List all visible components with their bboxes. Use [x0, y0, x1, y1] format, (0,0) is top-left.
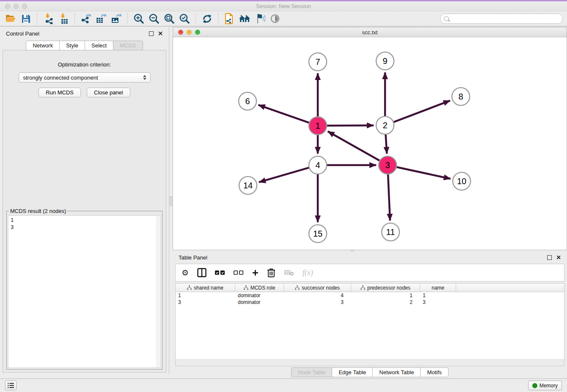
- network-graph[interactable]: 1234678910111415: [173, 37, 567, 250]
- graph-node-8[interactable]: 8: [452, 88, 470, 105]
- show-all-eye-icon[interactable]: [269, 12, 281, 25]
- delete-row-icon[interactable]: [267, 267, 275, 278]
- table-row[interactable]: 3 dominator 3 2 3: [176, 299, 564, 306]
- graph-edge-3-10[interactable]: [396, 167, 451, 179]
- zoom-fit-icon[interactable]: [163, 12, 176, 25]
- toolbar-separator: [37, 13, 37, 24]
- task-history-button[interactable]: [5, 381, 17, 390]
- float-table-panel-icon[interactable]: [547, 255, 552, 260]
- graph-edge-3-1[interactable]: [328, 131, 380, 160]
- graph-node-9[interactable]: 9: [376, 52, 394, 70]
- column-header-mcds-role[interactable]: MCDS role: [235, 284, 284, 292]
- select-all-icon[interactable]: [215, 267, 225, 278]
- vertical-splitter[interactable]: [169, 27, 173, 378]
- deselect-all-icon[interactable]: [234, 267, 244, 278]
- tab-node-table[interactable]: Node Table: [291, 367, 333, 377]
- column-header-successor-nodes[interactable]: successor nodes: [284, 284, 351, 292]
- table-row[interactable]: 1 dominator 4 1 1: [176, 292, 564, 299]
- graph-node-15[interactable]: 15: [309, 225, 327, 243]
- float-panel-icon[interactable]: [149, 31, 154, 36]
- close-table-panel-icon[interactable]: ✕: [556, 255, 561, 260]
- zoom-in-icon[interactable]: [132, 12, 145, 25]
- mcds-result-area[interactable]: 1 3: [8, 215, 161, 368]
- graph-node-10[interactable]: 10: [453, 172, 471, 190]
- export-table-icon[interactable]: [95, 12, 107, 25]
- zoom-selected-icon[interactable]: [178, 12, 191, 25]
- memory-button[interactable]: Memory: [528, 381, 562, 390]
- network-canvas[interactable]: 1234678910111415: [173, 37, 567, 250]
- search-box[interactable]: [440, 14, 563, 24]
- tree-icon: [295, 285, 300, 290]
- graph-edge-3-11[interactable]: [388, 174, 390, 221]
- graph-node-label: 8: [458, 92, 463, 101]
- tab-network[interactable]: Network: [26, 41, 60, 50]
- result-scrollbar[interactable]: [157, 216, 160, 367]
- tab-motifs[interactable]: Motifs: [420, 367, 449, 377]
- select-updown-icon: [142, 74, 148, 81]
- cell-name[interactable]: 1: [420, 292, 456, 299]
- control-panel-header: Control Panel ✕: [0, 27, 169, 40]
- graph-edge-1-2[interactable]: [327, 125, 374, 126]
- split-view-icon[interactable]: [197, 267, 206, 278]
- save-session-icon[interactable]: [19, 12, 32, 25]
- cell-mcds-role[interactable]: dominator: [235, 292, 284, 299]
- cell-successor-nodes[interactable]: 3: [284, 299, 351, 306]
- column-header-predecessor-nodes[interactable]: predecessor nodes: [351, 284, 420, 292]
- close-panel-button[interactable]: Close panel: [87, 88, 130, 97]
- cell-predecessor-nodes[interactable]: 1: [351, 292, 420, 299]
- refresh-icon[interactable]: [201, 12, 213, 25]
- home-icon[interactable]: [238, 12, 251, 25]
- graph-node-7[interactable]: 7: [309, 53, 327, 71]
- table-settings-icon[interactable]: ⚙: [182, 267, 189, 278]
- cell-shared-name[interactable]: 1: [176, 292, 235, 299]
- add-row-icon[interactable]: +: [252, 267, 259, 278]
- graph-edge-2-8[interactable]: [394, 101, 450, 122]
- search-input[interactable]: [451, 16, 559, 22]
- graph-edge-4-14[interactable]: [259, 168, 309, 182]
- run-mcds-button[interactable]: Run MCDS: [39, 88, 81, 97]
- status-bar: Memory: [0, 378, 567, 392]
- toolbar-separator: [127, 13, 128, 24]
- tab-network-table[interactable]: Network Table: [372, 367, 421, 377]
- toolbar-separator: [195, 13, 196, 24]
- graph-node-2[interactable]: 2: [376, 116, 394, 134]
- tab-mcds[interactable]: MCDS: [113, 41, 143, 50]
- graph-node-1[interactable]: 1: [309, 117, 327, 135]
- cell-successor-nodes[interactable]: 4: [284, 292, 351, 299]
- open-file-icon[interactable]: [4, 12, 17, 25]
- graph-node-14[interactable]: 14: [239, 177, 257, 194]
- import-table-icon[interactable]: [57, 12, 70, 25]
- export-network-icon[interactable]: [80, 12, 92, 25]
- table-panel-title: Table Panel: [179, 254, 207, 261]
- criterion-select[interactable]: strongly connected component: [19, 72, 151, 83]
- cell-mcds-role[interactable]: dominator: [235, 299, 284, 306]
- network-file-icon[interactable]: [223, 12, 236, 25]
- graph-node-11[interactable]: 11: [382, 223, 399, 241]
- cell-shared-name[interactable]: 3: [176, 299, 235, 306]
- cell-predecessor-nodes[interactable]: 2: [351, 299, 420, 306]
- cell-name[interactable]: 3: [420, 299, 456, 306]
- graph-node-label: 11: [386, 227, 395, 237]
- hide-selected-icon[interactable]: [253, 12, 266, 25]
- column-header-name[interactable]: name: [420, 284, 456, 292]
- table-horizontal-scrollbar[interactable]: [176, 359, 564, 366]
- memory-label: Memory: [539, 383, 558, 389]
- graph-edge-2-3[interactable]: [385, 134, 387, 154]
- column-header-shared-name[interactable]: shared name: [176, 284, 235, 292]
- network-window-titlebar[interactable]: ✕ − + scc.txt: [173, 28, 567, 37]
- graph-node-6[interactable]: 6: [239, 92, 256, 110]
- zoom-out-icon[interactable]: [148, 12, 160, 25]
- import-network-icon[interactable]: [42, 12, 55, 25]
- tab-edge-table[interactable]: Edge Table: [332, 367, 373, 377]
- close-panel-icon[interactable]: ✕: [158, 31, 163, 36]
- window-title: Session: New Session: [0, 3, 567, 9]
- export-image-icon[interactable]: [110, 12, 123, 25]
- graph-node-3[interactable]: 3: [379, 156, 396, 174]
- tab-style[interactable]: Style: [59, 41, 85, 50]
- table-toolbar: ⚙ + f(x): [175, 264, 564, 282]
- criterion-value: strongly connected component: [23, 75, 98, 81]
- splitter-grip[interactable]: [170, 196, 172, 206]
- tab-select[interactable]: Select: [85, 41, 113, 50]
- graph-node-4[interactable]: 4: [309, 156, 327, 174]
- graph-edge-1-6[interactable]: [258, 105, 309, 123]
